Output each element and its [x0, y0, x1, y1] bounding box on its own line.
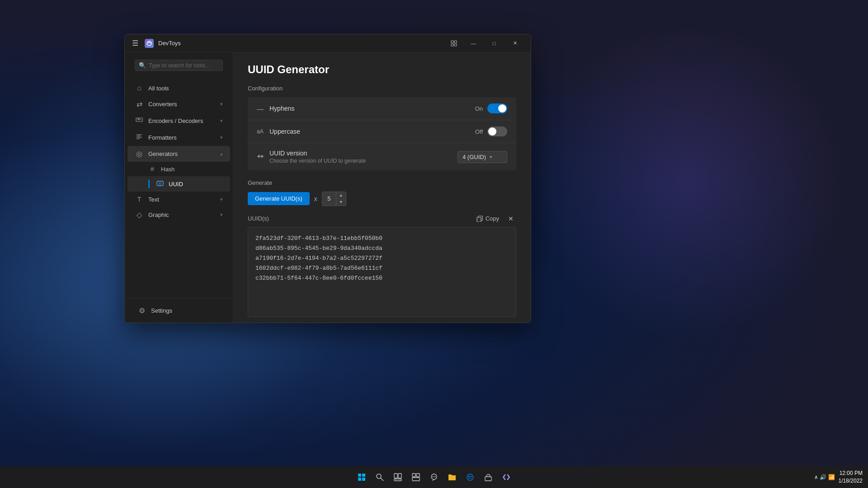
svg-rect-2	[454, 41, 457, 43]
system-tray: ∧ 🔊 📶	[814, 474, 835, 480]
svg-rect-19	[358, 478, 361, 481]
uuid-header: UUID(s) Copy ✕	[248, 213, 516, 224]
encoders-icon	[135, 116, 144, 125]
minimize-button[interactable]: —	[463, 36, 484, 51]
sidebar-item-encoders[interactable]: Encoders / Decoders ▾	[127, 113, 230, 129]
svg-rect-4	[454, 44, 457, 46]
search-taskbar-button[interactable]	[372, 469, 388, 485]
uuid-version-dropdown[interactable]: 4 (GUID) ▾	[458, 151, 507, 163]
chevron-down-icon: ▾	[220, 101, 223, 107]
sidebar-item-label: All tools	[148, 85, 223, 92]
dropdown-arrow-icon: ▾	[490, 154, 492, 160]
sidebar-item-converters[interactable]: ⇄ Converters ▾	[127, 96, 230, 112]
generate-controls: Generate UUID(s) x 5 ▲ ▼	[248, 192, 516, 206]
sidebar-item-generators[interactable]: ◎ Generators ▴	[127, 146, 230, 162]
sidebar-bottom: ⚙ Settings	[125, 298, 233, 323]
snap-layout-icon[interactable]	[447, 36, 461, 51]
svg-text:ID: ID	[159, 182, 162, 185]
sidebar-sub-item-label: Hash	[161, 166, 175, 173]
uuid-version-controls: 4 (GUID) ▾	[458, 151, 507, 163]
hyphens-row: — Hyphens On	[248, 97, 516, 120]
search-box[interactable]: 🔍	[135, 60, 223, 71]
copy-label: Copy	[486, 215, 499, 222]
uppercase-controls: Off	[475, 127, 507, 136]
svg-marker-35	[507, 474, 510, 480]
sidebar: 🔍 ⌂ All tools ⇄ Converters ▾	[125, 52, 233, 323]
count-up-arrow[interactable]: ▲	[336, 192, 346, 199]
count-arrows: ▲ ▼	[336, 192, 346, 206]
sidebar-item-text[interactable]: T Text ▾	[127, 192, 230, 206]
sidebar-item-uuid[interactable]: ID UUID	[127, 176, 230, 192]
svg-marker-34	[503, 474, 506, 480]
svg-rect-33	[485, 477, 491, 481]
close-button[interactable]: ✕	[505, 36, 525, 51]
chevron-down-icon: ▾	[220, 135, 223, 141]
sidebar-item-settings[interactable]: ⚙ Settings	[130, 303, 227, 319]
generate-section: Generate Generate UUID(s) x 5 ▲ ▼	[248, 179, 516, 206]
page-title: UUID Generator	[248, 63, 516, 76]
hyphens-icon: —	[257, 105, 269, 113]
sidebar-item-label: Text	[148, 196, 216, 203]
svg-rect-26	[412, 474, 415, 477]
count-down-arrow[interactable]: ▼	[336, 199, 346, 206]
app-logo	[145, 39, 154, 48]
clear-button[interactable]: ✕	[505, 213, 516, 224]
uuid-output[interactable]: 2fa523df-320f-4613-b37e-11ebb5f050b0 d86…	[248, 227, 516, 317]
converters-icon: ⇄	[135, 100, 144, 108]
taskbar-time[interactable]: 12:00 PM 1/18/2022	[839, 469, 863, 485]
title-bar: ☰ DevToys — □ ✕	[125, 34, 531, 52]
copy-button[interactable]: Copy	[473, 213, 503, 224]
sidebar-item-label: Generators	[148, 150, 216, 157]
uppercase-label: Uppercase	[269, 128, 475, 135]
edge-button[interactable]	[462, 469, 478, 485]
devtools-taskbar-button[interactable]	[498, 469, 514, 485]
uuid-section: UUID(s) Copy ✕ 2fa523df-320f-4613-b37e-1…	[248, 213, 516, 317]
taskview-button[interactable]	[390, 469, 406, 485]
sidebar-item-label: Formatters	[148, 134, 216, 141]
uuid-actions: Copy ✕	[473, 213, 516, 224]
sidebar-item-label: Converters	[148, 101, 216, 108]
formatters-icon	[135, 133, 144, 142]
generate-button[interactable]: Generate UUID(s)	[248, 192, 310, 205]
start-button[interactable]	[354, 469, 370, 485]
file-explorer-button[interactable]	[444, 469, 460, 485]
sidebar-item-graphic[interactable]: ◇ Graphic ▾	[127, 207, 230, 223]
svg-line-22	[381, 478, 383, 481]
sidebar-item-formatters[interactable]: Formatters ▾	[127, 129, 230, 145]
store-button[interactable]	[480, 469, 496, 485]
chat-button[interactable]	[426, 469, 442, 485]
settings-label: Settings	[151, 307, 220, 314]
uuid-version-label: UUID version	[269, 150, 458, 157]
uppercase-toggle[interactable]	[487, 127, 507, 136]
widgets-button[interactable]	[408, 469, 424, 485]
hyphens-state: On	[475, 105, 483, 112]
app-body: 🔍 ⌂ All tools ⇄ Converters ▾	[125, 52, 531, 323]
maximize-button[interactable]: □	[484, 36, 505, 51]
sidebar-item-all-tools[interactable]: ⌂ All tools	[127, 80, 230, 96]
uuid-version-icon	[257, 153, 269, 161]
sidebar-item-label: Encoders / Decoders	[148, 117, 216, 124]
sidebar-sub-item-label: UUID	[169, 181, 183, 188]
taskbar-right: ∧ 🔊 📶 12:00 PM 1/18/2022	[814, 469, 863, 485]
generators-icon: ◎	[135, 150, 144, 158]
configuration-label: Configuration	[248, 85, 516, 92]
search-icon: 🔍	[139, 62, 146, 69]
times-label: x	[314, 195, 317, 202]
svg-rect-25	[394, 479, 401, 481]
chevron-down-icon: ▾	[220, 212, 223, 218]
taskbar: ∧ 🔊 📶 12:00 PM 1/18/2022	[0, 466, 868, 488]
sidebar-item-hash[interactable]: # Hash	[127, 162, 230, 176]
uppercase-state: Off	[475, 128, 483, 135]
svg-rect-27	[416, 474, 420, 477]
hyphens-toggle[interactable]	[487, 103, 507, 113]
search-input[interactable]	[149, 62, 219, 69]
hyphens-label: Hyphens	[269, 105, 475, 112]
hamburger-icon[interactable]: ☰	[130, 37, 140, 49]
svg-rect-1	[451, 41, 453, 43]
taskbar-center	[354, 469, 514, 485]
svg-rect-16	[477, 217, 481, 222]
copy-icon	[476, 216, 483, 222]
hash-icon: #	[148, 165, 156, 173]
uuid-version-row: UUID version Choose the version of UUID …	[248, 143, 516, 170]
uuid-version-value: 4 (GUID)	[462, 154, 486, 160]
